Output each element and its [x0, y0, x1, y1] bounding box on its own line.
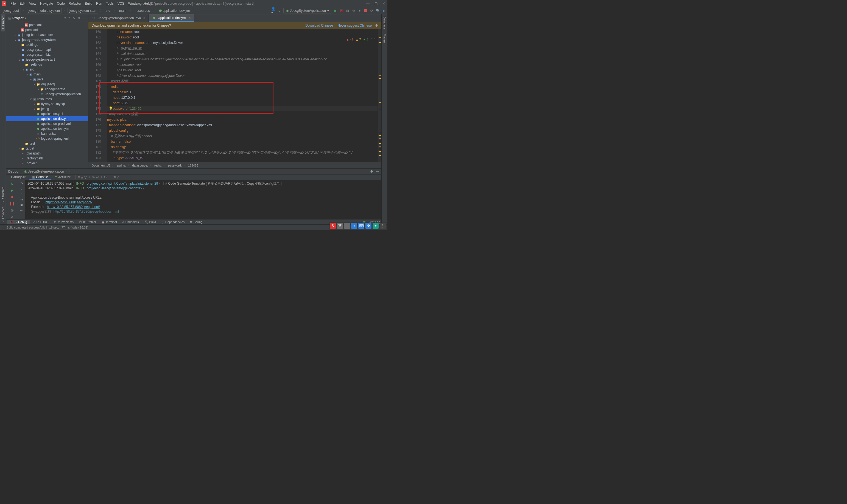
- expand-all-icon[interactable]: ≡: [68, 16, 70, 20]
- step-into-icon[interactable]: ↓: [21, 187, 22, 191]
- intention-bulb-icon[interactable]: 💡: [109, 106, 113, 110]
- banner-gear-icon[interactable]: ⚙: [375, 23, 378, 28]
- tree-node[interactable]: ∨▣jeecg-system-start: [6, 57, 88, 62]
- breadcrumb-item[interactable]: jeecg-module-system: [27, 8, 62, 14]
- breadcrumb-segment[interactable]: spring:: [117, 164, 126, 167]
- profile-button[interactable]: ⊙: [352, 9, 355, 13]
- tree-node[interactable]: ≡.classpath: [6, 151, 88, 156]
- breadcrumb-segment[interactable]: datasource:: [133, 164, 148, 167]
- tree-node[interactable]: ›▣jeecg-system-biz: [6, 52, 88, 57]
- more-run-icon[interactable]: ▾: [358, 9, 361, 13]
- mute-breakpoints-icon[interactable]: ⊘: [10, 214, 15, 219]
- editor-breadcrumb[interactable]: Document 1/1〉spring:〉datasource:〉redis:〉…: [88, 162, 381, 168]
- tree-node[interactable]: ⬣application-prod.yml: [6, 121, 88, 126]
- menu-tools[interactable]: Tools: [104, 1, 115, 6]
- tree-node[interactable]: ›📁jeecg: [6, 106, 88, 111]
- minimize-icon[interactable]: —: [366, 2, 370, 5]
- bottom-tab-todo[interactable]: ☑ 6: TODO: [30, 220, 51, 224]
- step-out-icon[interactable]: ↑: [21, 192, 22, 196]
- tool-database[interactable]: Database: [383, 14, 387, 32]
- menu-view[interactable]: View: [28, 1, 38, 6]
- close-tab-icon[interactable]: ×: [189, 16, 191, 20]
- debugger-tab[interactable]: Debugger: [8, 175, 28, 180]
- ime-key[interactable]: ⚙: [366, 223, 371, 229]
- editor-tab[interactable]: ⬣application-dev.yml×: [149, 14, 194, 22]
- menu-build[interactable]: Build: [83, 1, 94, 6]
- banner-download-link[interactable]: Download Chinese: [305, 23, 333, 28]
- menu-file[interactable]: File: [9, 1, 17, 6]
- editor-body[interactable]: ▲ 47 ▲ 7 ✔ 4 ˄ ˅ 16016116216316416516616…: [88, 29, 381, 162]
- breadcrumb-item[interactable]: ⬣ application-dev.yml: [157, 8, 192, 13]
- close-icon[interactable]: ✕: [383, 2, 385, 5]
- print-icon[interactable]: 🖶: [92, 175, 95, 179]
- breadcrumb-segment[interactable]: redis:: [154, 164, 162, 167]
- maximize-icon[interactable]: ▢: [374, 2, 377, 5]
- hammer-icon[interactable]: ↘: [277, 9, 281, 13]
- down-icon[interactable]: ▽: [84, 175, 87, 179]
- tree-node[interactable]: ≡.project: [6, 161, 88, 166]
- tree-node[interactable]: ∨▣main: [6, 72, 88, 77]
- bottom-tab-spring[interactable]: ✿ Spring: [187, 220, 205, 224]
- soft-wrap-icon[interactable]: ⎌: [117, 175, 119, 179]
- code-content[interactable]: username: root password: root driver-cla…: [107, 29, 377, 162]
- toolbar-icon[interactable]: ≡: [78, 175, 80, 179]
- run-button[interactable]: ▶: [334, 9, 337, 13]
- bottom-tab-dependencies[interactable]: ⬚ Dependencies: [159, 220, 187, 224]
- tool-project[interactable]: 1: Project: [1, 14, 5, 31]
- bottom-tab-terminal[interactable]: ▣ Terminal: [99, 220, 120, 224]
- tree-node[interactable]: </>logback-spring.xml: [6, 136, 88, 141]
- tree-node[interactable]: ›▣jeecg-system-api: [6, 47, 88, 52]
- gear-icon[interactable]: ⚙: [370, 169, 373, 174]
- stop-button[interactable]: [364, 9, 368, 13]
- ide-services-icon[interactable]: ▶: [382, 9, 386, 13]
- bottom-tab-build[interactable]: 🔨 Build: [142, 220, 159, 224]
- collapse-all-icon[interactable]: ⇲: [72, 16, 75, 20]
- tree-node[interactable]: ≡.factorypath: [6, 156, 88, 161]
- breadcrumb-segment[interactable]: password:: [168, 164, 182, 167]
- tree-node[interactable]: mpom.xml: [6, 28, 88, 32]
- up-icon[interactable]: △: [81, 175, 83, 179]
- view-breakpoints-icon[interactable]: ◎: [10, 208, 15, 213]
- pause-icon[interactable]: ❚❚: [10, 201, 15, 206]
- hide-panel-icon[interactable]: —: [376, 169, 379, 174]
- tree-node[interactable]: ›▣jeecg-boot-base-core: [6, 32, 88, 37]
- tool-structure[interactable]: 7: Structure: [1, 184, 5, 204]
- tree-node[interactable]: ›📁.settings: [6, 62, 88, 67]
- ime-key[interactable]: ⋮: [380, 223, 386, 229]
- menu-run[interactable]: Run: [94, 1, 104, 6]
- tree-node[interactable]: ∨📁org.jeecg: [6, 82, 88, 87]
- run-to-cursor-icon[interactable]: ⇥: [20, 198, 23, 202]
- breadcrumb-segment[interactable]: 123456: [188, 164, 198, 167]
- status-widget-icon[interactable]: [2, 226, 5, 229]
- ime-key[interactable]: ♪: [351, 223, 357, 229]
- filter-icon[interactable]: ⚗: [113, 175, 116, 179]
- tree-node[interactable]: ⬣application.yml: [6, 111, 88, 116]
- settings-icon[interactable]: ⚙: [77, 16, 81, 20]
- debug-session-tab[interactable]: ◉ JeecgSystemApplication ×: [22, 169, 69, 174]
- tree-node[interactable]: ⬣application-test.yml: [6, 126, 88, 131]
- breadcrumb-item[interactable]: jeecg-system-start: [68, 8, 98, 14]
- marker-stripe[interactable]: [378, 29, 381, 162]
- actuator-tab[interactable]: ⊙ Actuator: [52, 175, 73, 180]
- tree-node[interactable]: ›📁flyway.sql.mysql: [6, 102, 88, 106]
- resume-icon[interactable]: ▶: [10, 188, 15, 193]
- git-update-icon[interactable]: ⟳: [370, 9, 374, 13]
- tree-node[interactable]: ›📁.settings: [6, 42, 88, 47]
- menu-code[interactable]: Code: [55, 1, 67, 6]
- editor-tab[interactable]: ©JeecgSystemApplication.java×: [88, 14, 149, 22]
- locate-icon[interactable]: ⊙: [64, 16, 66, 20]
- tool-maven[interactable]: Maven: [383, 32, 387, 45]
- bottom-tab-profiler[interactable]: ⏱ 8: Profiler: [76, 220, 99, 224]
- breadcrumb-segment[interactable]: Document 1/1: [92, 164, 110, 167]
- tree-node[interactable]: ∨▣java: [6, 77, 88, 82]
- menu-refactor[interactable]: Refactor: [67, 1, 83, 6]
- ime-key[interactable]: ✦: [373, 223, 378, 229]
- debug-button[interactable]: 🐞: [340, 9, 343, 13]
- ime-key[interactable]: ·: [344, 223, 350, 229]
- project-panel-title[interactable]: Project: [12, 16, 23, 20]
- scroll-icon[interactable]: ⤓: [100, 175, 103, 179]
- bottom-tab-debug[interactable]: 🐞 5: Debug: [7, 220, 30, 224]
- tree-node[interactable]: ©JeecgSystemApplication: [6, 92, 88, 96]
- hide-panel-icon[interactable]: —: [83, 16, 86, 20]
- tree-node[interactable]: ∨▣resources: [6, 96, 88, 102]
